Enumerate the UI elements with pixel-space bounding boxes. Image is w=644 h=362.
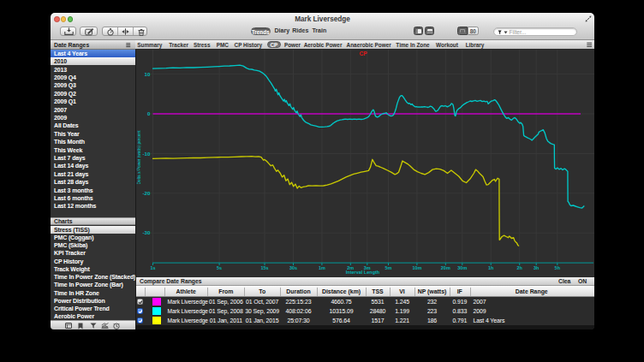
svg-text:-10: -10 <box>143 151 152 157</box>
svg-text:5h: 5h <box>555 265 561 270</box>
svg-text:5m: 5m <box>385 265 392 270</box>
svg-text:30m: 30m <box>457 265 467 270</box>
svg-text:-20: -20 <box>143 190 152 196</box>
svg-text:2h: 2h <box>516 265 522 270</box>
svg-text:1s: 1s <box>150 265 155 270</box>
svg-text:5s: 5s <box>217 265 222 270</box>
svg-text:10m: 10m <box>412 265 421 270</box>
svg-text:0: 0 <box>147 111 151 117</box>
svg-text:30s: 30s <box>289 265 297 270</box>
svg-text:CP: CP <box>359 50 367 56</box>
svg-text:Delta x/Power (watts) percent: Delta x/Power (watts) percent <box>137 130 141 185</box>
svg-text:20m: 20m <box>441 265 450 270</box>
svg-text:-30: -30 <box>143 230 152 236</box>
svg-text:15s: 15s <box>260 265 268 270</box>
svg-text:Interval Length: Interval Length <box>346 270 380 275</box>
svg-text:3h: 3h <box>534 265 540 270</box>
svg-text:10: 10 <box>145 71 151 77</box>
svg-text:1h: 1h <box>488 265 494 270</box>
svg-text:1m: 1m <box>319 265 325 270</box>
